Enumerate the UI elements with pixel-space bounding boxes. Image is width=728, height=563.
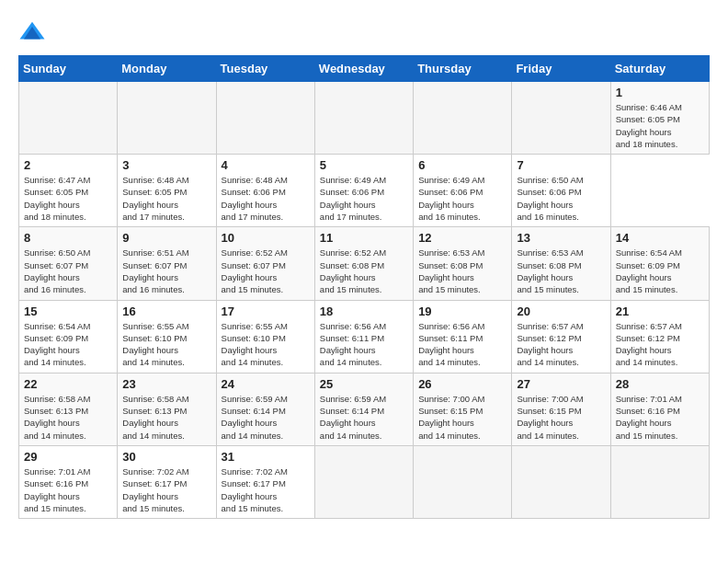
calendar-week-row: 2 Sunrise: 6:47 AM Sunset: 6:05 PM Dayli…	[19, 155, 710, 227]
weekday-header: Friday	[512, 56, 610, 82]
calendar-week-row: 22 Sunrise: 6:58 AM Sunset: 6:13 PM Dayl…	[19, 373, 710, 445]
logo-icon	[18, 18, 46, 46]
day-info: Sunrise: 7:01 AM Sunset: 6:16 PM Dayligh…	[616, 393, 704, 442]
day-info: Sunrise: 7:01 AM Sunset: 6:16 PM Dayligh…	[24, 465, 112, 514]
calendar-cell: 5 Sunrise: 6:49 AM Sunset: 6:06 PM Dayli…	[314, 155, 413, 227]
day-number: 30	[122, 450, 210, 464]
calendar-cell: 11 Sunrise: 6:52 AM Sunset: 6:08 PM Dayl…	[314, 227, 413, 300]
day-number: 12	[418, 231, 506, 245]
calendar-cell: 12 Sunrise: 6:53 AM Sunset: 6:08 PM Dayl…	[414, 227, 512, 300]
day-info: Sunrise: 6:48 AM Sunset: 6:06 PM Dayligh…	[222, 174, 310, 223]
calendar-week-row: 8 Sunrise: 6:50 AM Sunset: 6:07 PM Dayli…	[19, 227, 710, 300]
calendar-cell	[512, 82, 610, 155]
day-number: 18	[320, 304, 408, 318]
calendar-cell	[216, 82, 314, 155]
day-info: Sunrise: 6:54 AM Sunset: 6:09 PM Dayligh…	[616, 247, 704, 295]
logo	[18, 18, 50, 46]
day-info: Sunrise: 6:52 AM Sunset: 6:07 PM Dayligh…	[222, 247, 310, 295]
day-info: Sunrise: 6:53 AM Sunset: 6:08 PM Dayligh…	[517, 247, 605, 295]
weekday-header: Thursday	[414, 56, 512, 82]
day-number: 5	[320, 158, 408, 172]
calendar-cell: 28 Sunrise: 7:01 AM Sunset: 6:16 PM Dayl…	[610, 373, 709, 445]
day-info: Sunrise: 6:51 AM Sunset: 6:07 PM Dayligh…	[122, 247, 210, 295]
day-info: Sunrise: 6:49 AM Sunset: 6:06 PM Dayligh…	[320, 174, 408, 223]
calendar-cell	[414, 445, 512, 518]
day-number: 8	[24, 231, 112, 245]
day-info: Sunrise: 6:57 AM Sunset: 6:12 PM Dayligh…	[517, 320, 605, 369]
calendar-cell: 17 Sunrise: 6:55 AM Sunset: 6:10 PM Dayl…	[216, 300, 314, 373]
calendar-header-row: SundayMondayTuesdayWednesdayThursdayFrid…	[19, 56, 710, 82]
day-info: Sunrise: 6:54 AM Sunset: 6:09 PM Dayligh…	[24, 320, 112, 369]
calendar: SundayMondayTuesdayWednesdayThursdayFrid…	[18, 55, 710, 519]
calendar-cell: 10 Sunrise: 6:52 AM Sunset: 6:07 PM Dayl…	[216, 227, 314, 300]
day-info: Sunrise: 6:55 AM Sunset: 6:10 PM Dayligh…	[122, 320, 210, 369]
day-number: 27	[517, 377, 605, 391]
day-number: 4	[222, 158, 310, 172]
day-number: 11	[320, 231, 408, 245]
calendar-cell	[610, 445, 709, 518]
calendar-cell	[414, 82, 512, 155]
day-number: 25	[320, 377, 408, 391]
day-number: 15	[24, 304, 112, 318]
day-number: 26	[418, 377, 506, 391]
day-number: 1	[616, 86, 704, 99]
weekday-header: Monday	[118, 56, 216, 82]
calendar-cell	[512, 445, 610, 518]
calendar-cell: 4 Sunrise: 6:48 AM Sunset: 6:06 PM Dayli…	[216, 155, 314, 227]
calendar-week-row: 29 Sunrise: 7:01 AM Sunset: 6:16 PM Dayl…	[19, 445, 710, 518]
day-number: 20	[517, 304, 605, 318]
day-number: 19	[418, 304, 506, 318]
calendar-cell: 1 Sunrise: 6:46 AM Sunset: 6:05 PM Dayli…	[610, 82, 709, 155]
day-info: Sunrise: 6:53 AM Sunset: 6:08 PM Dayligh…	[418, 247, 506, 295]
day-info: Sunrise: 6:50 AM Sunset: 6:07 PM Dayligh…	[24, 247, 112, 295]
day-info: Sunrise: 6:52 AM Sunset: 6:08 PM Dayligh…	[320, 247, 408, 295]
day-info: Sunrise: 6:58 AM Sunset: 6:13 PM Dayligh…	[122, 393, 210, 442]
day-info: Sunrise: 6:56 AM Sunset: 6:11 PM Dayligh…	[418, 320, 506, 369]
day-info: Sunrise: 6:48 AM Sunset: 6:05 PM Dayligh…	[122, 174, 210, 223]
day-number: 28	[616, 377, 704, 391]
day-number: 21	[616, 304, 704, 318]
day-number: 31	[222, 450, 310, 464]
day-info: Sunrise: 6:56 AM Sunset: 6:11 PM Dayligh…	[320, 320, 408, 369]
calendar-cell	[19, 82, 118, 155]
calendar-cell: 21 Sunrise: 6:57 AM Sunset: 6:12 PM Dayl…	[610, 300, 709, 373]
day-number: 24	[222, 377, 310, 391]
day-number: 9	[122, 231, 210, 245]
calendar-cell: 3 Sunrise: 6:48 AM Sunset: 6:05 PM Dayli…	[118, 155, 216, 227]
calendar-cell: 24 Sunrise: 6:59 AM Sunset: 6:14 PM Dayl…	[216, 373, 314, 445]
calendar-cell	[118, 82, 216, 155]
day-info: Sunrise: 6:59 AM Sunset: 6:14 PM Dayligh…	[320, 393, 408, 442]
calendar-cell: 9 Sunrise: 6:51 AM Sunset: 6:07 PM Dayli…	[118, 227, 216, 300]
calendar-cell: 20 Sunrise: 6:57 AM Sunset: 6:12 PM Dayl…	[512, 300, 610, 373]
day-number: 23	[122, 377, 210, 391]
day-number: 7	[517, 158, 605, 172]
calendar-cell: 7 Sunrise: 6:50 AM Sunset: 6:06 PM Dayli…	[512, 155, 610, 227]
day-info: Sunrise: 6:47 AM Sunset: 6:05 PM Dayligh…	[24, 174, 112, 223]
day-info: Sunrise: 7:00 AM Sunset: 6:15 PM Dayligh…	[418, 393, 506, 442]
day-info: Sunrise: 6:46 AM Sunset: 6:05 PM Dayligh…	[616, 101, 704, 150]
day-number: 17	[222, 304, 310, 318]
calendar-cell: 29 Sunrise: 7:01 AM Sunset: 6:16 PM Dayl…	[19, 445, 118, 518]
day-number: 22	[24, 377, 112, 391]
day-number: 3	[122, 158, 210, 172]
weekday-header: Saturday	[610, 56, 709, 82]
day-number: 16	[122, 304, 210, 318]
calendar-cell: 22 Sunrise: 6:58 AM Sunset: 6:13 PM Dayl…	[19, 373, 118, 445]
day-info: Sunrise: 7:00 AM Sunset: 6:15 PM Dayligh…	[517, 393, 605, 442]
day-number: 10	[222, 231, 310, 245]
day-info: Sunrise: 6:49 AM Sunset: 6:06 PM Dayligh…	[418, 174, 506, 223]
calendar-cell: 8 Sunrise: 6:50 AM Sunset: 6:07 PM Dayli…	[19, 227, 118, 300]
calendar-week-row: 15 Sunrise: 6:54 AM Sunset: 6:09 PM Dayl…	[19, 300, 710, 373]
day-info: Sunrise: 6:59 AM Sunset: 6:14 PM Dayligh…	[222, 393, 310, 442]
day-number: 6	[418, 158, 506, 172]
calendar-cell: 26 Sunrise: 7:00 AM Sunset: 6:15 PM Dayl…	[414, 373, 512, 445]
calendar-cell: 15 Sunrise: 6:54 AM Sunset: 6:09 PM Dayl…	[19, 300, 118, 373]
calendar-cell: 19 Sunrise: 6:56 AM Sunset: 6:11 PM Dayl…	[414, 300, 512, 373]
calendar-cell: 18 Sunrise: 6:56 AM Sunset: 6:11 PM Dayl…	[314, 300, 413, 373]
calendar-week-row: 1 Sunrise: 6:46 AM Sunset: 6:05 PM Dayli…	[19, 82, 710, 155]
weekday-header: Tuesday	[216, 56, 314, 82]
day-number: 2	[24, 158, 112, 172]
calendar-cell	[314, 82, 413, 155]
day-number: 13	[517, 231, 605, 245]
calendar-cell: 23 Sunrise: 6:58 AM Sunset: 6:13 PM Dayl…	[118, 373, 216, 445]
